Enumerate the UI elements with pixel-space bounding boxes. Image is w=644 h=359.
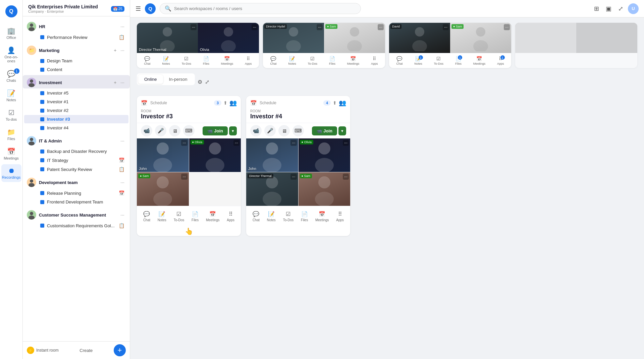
toolbar-todos[interactable]: ☑ To-Dos [434,56,444,65]
participants-icon[interactable]: 👥 [339,99,346,107]
create-button[interactable]: + [114,344,126,356]
toolbar-todos[interactable]: ☑ To-Dos [182,56,192,65]
toolbar-meetings[interactable]: 📅 Meetings [313,210,332,223]
workspace-item-customisation[interactable]: Customisation Requirements Gol... 📋 [24,221,128,230]
tile-menu-btn[interactable]: ··· [443,24,449,30]
toolbar-chat[interactable]: 💬 Chat [144,56,150,65]
camera-btn[interactable]: 📹 [141,125,152,136]
toolbar-chat[interactable]: 💬 Chat [141,210,153,223]
screen-btn[interactable]: 🖥 [278,125,290,136]
group-add-btn-investment[interactable]: + [112,79,118,86]
sidebar-item-todos[interactable]: ☑ To-dos [1,106,21,124]
sidebar-item-chats[interactable]: 1 💬 Chats [1,67,21,85]
camera-btn[interactable]: 📹 [250,125,262,136]
workspace-item-design-team[interactable]: Design Team [24,57,128,65]
keyboard-btn[interactable]: ⌨ [292,125,304,136]
calendar-badge[interactable]: 📅 25 [111,6,124,12]
tile-menu-btn[interactable]: ··· [317,24,323,30]
tile-menu-btn[interactable]: ··· [343,140,349,146]
toolbar-apps[interactable]: ⠿ Apps [371,56,378,65]
toolbar-notes[interactable]: 📝 Notes [264,210,278,223]
group-more-btn-it[interactable]: ··· [119,137,126,144]
toolbar-notes[interactable]: 📝 Notes [288,56,296,65]
join-button[interactable]: 📹 Join [312,126,337,135]
toolbar-meetings[interactable]: 📅 Meetings [473,56,486,65]
toolbar-todos[interactable]: ☑ To-Dos [308,56,318,65]
workspace-item-release[interactable]: Release Planning 📅 [24,189,128,197]
workspace-item-investor-1[interactable]: Investor #1 [24,98,128,106]
sidebar-item-files[interactable]: 📁 Files [1,125,21,143]
toolbar-files[interactable]: 📄 Files [329,56,335,65]
workspace-item-frontend[interactable]: Frontend Development Team [24,198,128,206]
toolbar-chat[interactable]: 💬 Chat [250,210,262,223]
group-add-btn-marketing[interactable]: + [112,47,118,54]
workspace-group-header-investment[interactable]: Investment + ··· [23,75,130,88]
toolbar-apps[interactable]: ⠿ Apps [333,210,346,223]
toolbar-notes[interactable]: 📝 Notes [155,210,169,223]
toolbar-meetings[interactable]: 📅 Meetings [347,56,360,65]
workspace-group-header-dev[interactable]: Development team ··· [23,175,130,188]
workspace-item-backup[interactable]: Backup and Disaster Recovery [24,147,128,156]
user-avatar[interactable]: U [628,3,639,14]
join-button[interactable]: 📹 Join [203,126,228,135]
participants-icon[interactable]: 👥 [229,99,237,107]
expand-button[interactable]: ⤢ [205,79,209,85]
group-more-btn-hr[interactable]: ··· [119,23,126,30]
hamburger-button[interactable]: ☰ [136,5,141,12]
sidebar-item-meetings[interactable]: 📅 Meetings [1,145,21,163]
toolbar-meetings[interactable]: 📅 Meetings [221,56,233,65]
grid-view-button[interactable]: ⊞ [592,4,601,14]
toolbar-files[interactable]: 📄 Files [298,210,311,223]
workspace-item-performance-review[interactable]: Performance Review 📋 [24,33,128,42]
toolbar-files[interactable]: 📄 Files [203,56,209,65]
toolbar-files[interactable]: 📄 Files 1 [455,56,462,65]
tile-menu-btn[interactable]: ··· [504,24,510,30]
toolbar-notes[interactable]: 📝 Notes [162,56,170,65]
share-button[interactable]: ⬆ [223,100,227,106]
toolbar-meetings[interactable]: 📅 Meetings [203,210,222,223]
workspace-item-content[interactable]: Content [24,65,128,74]
toolbar-todos[interactable]: ☑ To-Dos [280,210,297,223]
workspace-item-patent[interactable]: Patent Security Review 📋 [24,165,128,174]
tile-menu-btn[interactable]: ··· [378,24,384,30]
workspace-item-it-strategy[interactable]: IT Strategy 📅 [24,156,128,165]
mic-btn[interactable]: 🎤 [155,125,166,136]
group-more-btn-customer[interactable]: ··· [119,212,126,218]
tile-menu-btn[interactable]: ··· [252,24,258,30]
toolbar-apps[interactable]: ⠿ Apps [245,56,252,65]
app-logo[interactable]: Q [3,3,20,20]
sidebar-item-notes[interactable]: 📝 Notes [1,86,21,105]
sidebar-toggle-button[interactable]: ▣ [604,4,613,14]
workspace-group-header-marketing[interactable]: 📁 Marketing + ··· [23,43,130,56]
tab-online[interactable]: Online [138,75,163,84]
search-input[interactable] [174,6,356,11]
mic-btn[interactable]: 🎤 [264,125,276,136]
sidebar-item-recordings[interactable]: ⏺ Recordings [1,164,21,182]
workspace-group-header-hr[interactable]: HR ··· [23,19,130,33]
group-more-btn-dev[interactable]: ··· [119,179,126,186]
tile-menu-btn[interactable]: ··· [181,140,187,146]
workspace-group-header-it[interactable]: IT & Admin ··· [23,133,130,147]
tile-menu-btn[interactable]: ··· [290,140,297,146]
fullscreen-button[interactable]: ⤢ [616,4,625,14]
workspace-item-investor-5[interactable]: Investor #5 [24,89,128,97]
workspace-item-investor-4[interactable]: Investor #4 [24,124,128,132]
sidebar-item-office[interactable]: 🏢 Office [1,24,21,42]
sidebar-item-one-on-ones[interactable]: 👤 One-on-ones [1,44,21,66]
settings-button[interactable]: ⚙ [198,79,202,85]
toolbar-apps[interactable]: ⠿ Apps 1 [497,56,504,65]
toolbar-apps[interactable]: ⠿ Apps [224,210,237,223]
toolbar-files[interactable]: 📄 Files [189,210,201,223]
screen-btn[interactable]: 🖥 [169,125,180,136]
join-dropdown-btn[interactable]: ▾ [338,126,346,135]
toolbar-chat[interactable]: 💬 Chat [270,56,276,65]
toolbar-todos[interactable]: ☑ To-Dos [171,210,187,223]
group-more-btn-investment[interactable]: ··· [119,79,126,86]
join-dropdown-btn[interactable]: ▾ [229,126,237,135]
workspace-item-investor-2[interactable]: Investor #2 [24,106,128,115]
toolbar-notes[interactable]: 📝 Notes 1 [414,56,422,65]
tile-menu-btn[interactable]: ··· [191,24,197,30]
workspace-item-investor-3[interactable]: Investor #3 [24,115,128,123]
tile-menu-btn[interactable]: ··· [290,174,297,180]
keyboard-btn[interactable]: ⌨ [183,125,195,136]
